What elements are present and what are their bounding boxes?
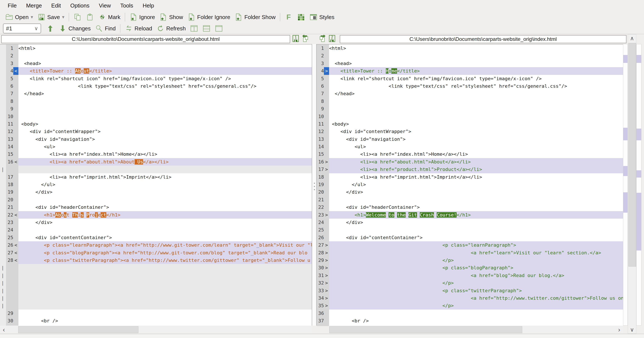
code-text: <p class="twitterParagraph"> <box>329 287 623 294</box>
line-number <box>6 294 13 302</box>
code-text: <ul> <box>329 143 623 150</box>
line-number: 18 <box>6 181 13 188</box>
line-number: 24 <box>317 219 324 226</box>
change-location-mark[interactable] <box>623 192 628 213</box>
marker-column <box>324 105 329 112</box>
change-location-mark[interactable] <box>623 55 628 63</box>
code-line: 34> <a href="http://www.twitter.com/gitt… <box>317 294 623 302</box>
grid-button[interactable] <box>295 12 307 22</box>
scroll-left-arrow-icon[interactable]: ‹ <box>0 326 8 334</box>
menu-tools[interactable]: Tools <box>116 1 138 10</box>
menu-options[interactable]: Options <box>66 1 94 10</box>
code-text: <div id="navigation"> <box>18 136 312 143</box>
copy-to-left-button[interactable] <box>300 34 310 44</box>
toolbar-main: Open▾Save▾SMarkIgnoreShowFolder IgnoreFo… <box>0 11 644 23</box>
change-location-mark[interactable] <box>636 128 641 140</box>
gutter-strip <box>0 52 6 60</box>
right-change-overview-strip[interactable] <box>636 44 642 326</box>
folder-ignore-icon <box>188 13 196 21</box>
scroll-up-arrow-icon[interactable]: ∧ <box>628 34 636 42</box>
layout-rows-button[interactable] <box>200 24 213 33</box>
arrow-down-icon <box>58 24 67 32</box>
toolbar-button-label: Show <box>169 14 183 20</box>
save-file-1-button[interactable]: 1 <box>291 34 300 44</box>
change-location-mark[interactable] <box>636 170 641 178</box>
gutter-strip <box>0 310 6 317</box>
line-number: 13 <box>6 136 13 143</box>
alignment-gap-row: | <box>0 279 312 287</box>
code-text: <h1>Welcome to the Git Crash Course!</h1… <box>329 211 623 219</box>
code-text: <div id="contentContainer"> <box>329 234 623 241</box>
status-bar <box>0 334 644 338</box>
gutter-strip <box>0 120 6 128</box>
line-number: 20 <box>6 196 13 204</box>
copy-to-right-button[interactable] <box>318 34 327 44</box>
code-text: </p> <box>329 279 623 287</box>
letter-f-button[interactable]: F <box>282 12 295 22</box>
styles-icon <box>310 13 318 21</box>
intraline-change-highlight: s <box>81 212 84 218</box>
folder-show-button[interactable]: Folder Show <box>232 12 278 22</box>
menu-file[interactable]: File <box>3 1 22 10</box>
save-button[interactable]: Save▾ <box>35 12 66 22</box>
menu-view[interactable]: View <box>94 1 116 10</box>
change-location-mark[interactable] <box>636 193 641 251</box>
right-horizontal-scrollbar-thumb[interactable] <box>329 326 522 333</box>
menu-edit[interactable]: Edit <box>47 1 66 10</box>
arrow-up-button[interactable] <box>44 24 56 33</box>
line-number: 1 <box>6 44 13 52</box>
folder-ignore-button[interactable]: Folder Ignore <box>185 12 232 22</box>
vertical-scrollbar[interactable]: ∧ ∨ <box>628 34 636 334</box>
scroll-right-arrow-icon[interactable]: › <box>615 326 623 334</box>
save-file-2-button[interactable]: 2 <box>327 34 337 44</box>
code-line: 21 <box>317 196 623 204</box>
combo-caret-icon: ∨ <box>34 26 38 32</box>
dropdown-caret-icon[interactable]: ▾ <box>31 14 33 20</box>
find-button[interactable]: Find <box>93 24 118 33</box>
left-horizontal-scrollbar[interactable]: ‹ <box>0 326 312 334</box>
mark-button[interactable]: SMark <box>96 12 122 22</box>
code-text <box>18 196 312 204</box>
changes-button[interactable]: Changes <box>56 24 93 33</box>
reload-button[interactable]: Reload <box>122 24 154 33</box>
refresh-button[interactable]: Refresh <box>154 24 188 33</box>
left-change-overview-strip[interactable] <box>623 44 628 326</box>
code-text <box>329 113 623 120</box>
line-number: 23 <box>317 211 324 219</box>
copy-button[interactable] <box>71 12 84 22</box>
vertical-scrollbar-thumb[interactable] <box>628 43 636 266</box>
marker-column <box>13 279 18 287</box>
gutter-strip <box>0 241 6 249</box>
menu-help[interactable]: Help <box>138 1 159 10</box>
layout-cols-button[interactable] <box>188 24 200 33</box>
intraline-change-highlight: j <box>95 212 98 218</box>
code-line: 5 <link rel="shortcut icon" href="img/fa… <box>0 75 312 82</box>
copy-left-icon <box>301 34 310 44</box>
line-number: 3 <box>317 60 324 67</box>
ignore-button[interactable]: Ignore <box>127 12 157 22</box>
diff-number-selector[interactable]: #1∨ <box>3 24 41 33</box>
left-horizontal-scrollbar-thumb[interactable] <box>18 326 138 333</box>
right-code-pane[interactable]: 1<html>23 <head>4> <title>Tower :: Home<… <box>317 44 623 326</box>
line-number: 38 <box>317 324 324 326</box>
styles-button[interactable]: Styles <box>307 12 336 22</box>
gutter-strip <box>0 249 6 256</box>
scroll-down-arrow-icon[interactable]: ∨ <box>628 326 636 334</box>
gutter-strip <box>0 90 6 97</box>
layout-single-button[interactable] <box>213 24 225 33</box>
open-button[interactable]: Open▾ <box>3 12 35 22</box>
menu-merge[interactable]: Merge <box>22 1 47 10</box>
paste-button[interactable] <box>84 12 96 22</box>
change-location-mark[interactable] <box>623 166 628 176</box>
change-location-mark[interactable] <box>623 128 628 140</box>
left-code-pane[interactable]: 1<html>23 <head>4< <title>Tower :: About… <box>0 44 312 326</box>
show-button[interactable]: Show <box>157 12 185 22</box>
dropdown-caret-icon[interactable]: ▾ <box>62 14 64 20</box>
right-horizontal-scrollbar[interactable]: › <box>329 326 623 334</box>
marker-column <box>324 75 329 82</box>
change-location-mark[interactable] <box>636 55 641 63</box>
marker-column <box>13 44 18 52</box>
marker-column <box>324 52 329 60</box>
pane-splitter[interactable] <box>312 44 317 326</box>
line-number: 1 <box>317 44 324 52</box>
